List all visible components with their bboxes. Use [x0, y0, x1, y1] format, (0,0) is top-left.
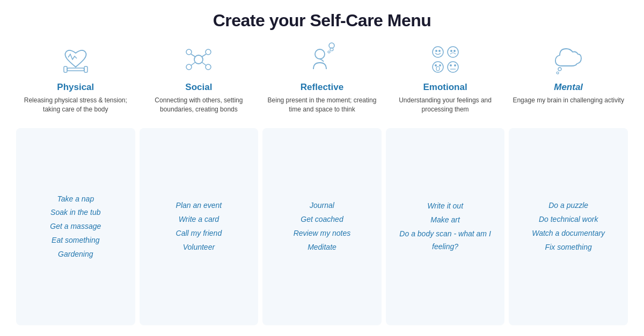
reflective-item-1: Journal	[310, 199, 334, 212]
social-desc: Connecting with others, setting boundari…	[140, 96, 259, 124]
svg-point-30	[558, 68, 561, 71]
svg-point-8	[186, 64, 192, 70]
svg-point-4	[186, 49, 192, 55]
svg-point-13	[328, 51, 330, 53]
mental-icon	[551, 40, 586, 79]
column-emotional: Emotional Understanding your feelings an…	[386, 40, 505, 325]
social-icon	[181, 40, 216, 79]
mental-item-3: Watch a documentary	[532, 227, 605, 240]
physical-items-box: Take a nap Soak in the tub Get a massage…	[16, 128, 135, 325]
svg-point-19	[448, 47, 458, 57]
physical-item-5: Gardening	[58, 248, 93, 261]
column-reflective: Reflective Being present in the moment; …	[262, 40, 382, 325]
svg-rect-1	[64, 66, 67, 72]
svg-point-29	[454, 65, 455, 66]
physical-item-3: Get a massage	[50, 220, 101, 233]
physical-title: Physical	[57, 82, 94, 93]
svg-point-18	[438, 50, 440, 51]
physical-icon	[58, 40, 93, 79]
social-item-3: Call my friend	[176, 227, 222, 240]
svg-point-20	[450, 50, 451, 51]
svg-line-9	[191, 62, 195, 65]
social-item-1: Plan an event	[176, 199, 222, 212]
physical-item-2: Soak in the tub	[50, 206, 100, 219]
svg-rect-2	[84, 66, 87, 72]
social-title: Social	[185, 82, 212, 93]
mental-item-4: Fix something	[545, 241, 592, 254]
svg-point-12	[315, 49, 325, 59]
reflective-items-box: Journal Get coached Review my notes Medi…	[262, 128, 382, 325]
mental-items-box: Do a puzzle Do technical work Watch a do…	[509, 128, 628, 325]
svg-point-31	[557, 72, 559, 74]
page-title: Create your Self-Care Menu	[213, 11, 431, 31]
emotional-desc: Understanding your feelings and processi…	[386, 96, 505, 124]
social-item-2: Write a card	[179, 213, 219, 226]
svg-point-16	[433, 47, 443, 57]
svg-point-26	[448, 62, 458, 72]
emotional-item-3: Do a body scan - what am I feeling?	[389, 228, 502, 253]
physical-item-1: Take a nap	[57, 193, 94, 206]
reflective-item-3: Review my notes	[294, 227, 351, 240]
svg-line-5	[191, 54, 195, 57]
column-physical: Physical Releasing physical stress & ten…	[16, 40, 135, 325]
reflective-desc: Being present in the moment; creating ti…	[262, 96, 382, 124]
social-items-box: Plan an event Write a card Call my frien…	[140, 128, 259, 325]
emotional-icon	[428, 40, 463, 79]
reflective-item-4: Meditate	[308, 241, 336, 254]
columns-container: Physical Releasing physical stress & ten…	[16, 40, 628, 325]
reflective-item-2: Get coached	[301, 213, 343, 226]
mental-item-2: Do technical work	[539, 213, 598, 226]
svg-point-23	[436, 66, 440, 71]
physical-desc: Releasing physical stress & tension; tak…	[16, 96, 135, 124]
physical-item-4: Eat something	[52, 234, 100, 247]
svg-point-17	[435, 50, 436, 51]
svg-line-7	[202, 54, 206, 57]
mental-item-1: Do a puzzle	[548, 199, 588, 212]
svg-line-11	[202, 62, 206, 65]
column-social: Social Connecting with others, setting b…	[140, 40, 259, 325]
reflective-icon	[305, 40, 339, 79]
mental-title: Mental	[554, 82, 583, 93]
svg-point-28	[450, 65, 451, 66]
social-item-4: Volunteer	[183, 241, 215, 254]
emotional-title: Emotional	[423, 82, 467, 93]
svg-point-25	[439, 65, 440, 66]
column-mental: Mental Engage my brain in challenging ac…	[509, 40, 628, 325]
emotional-item-2: Make art	[430, 214, 459, 227]
svg-rect-0	[67, 68, 84, 71]
svg-point-6	[206, 49, 211, 55]
svg-point-21	[453, 50, 455, 51]
reflective-title: Reflective	[301, 82, 343, 93]
svg-point-10	[206, 64, 211, 70]
emotional-item-1: Write it out	[427, 200, 463, 213]
mental-desc: Engage my brain in challenging activity	[513, 96, 624, 124]
emotional-items-box: Write it out Make art Do a body scan - w…	[386, 128, 505, 325]
svg-point-24	[435, 65, 436, 66]
